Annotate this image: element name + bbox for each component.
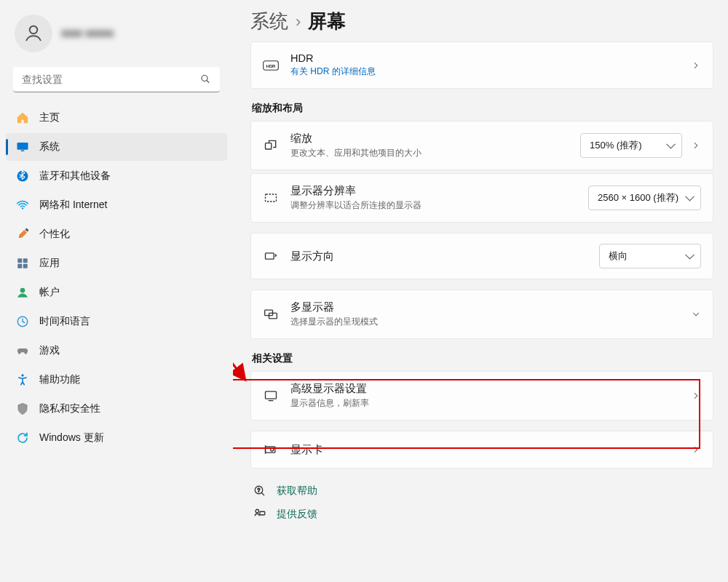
card-title: 多显示器 (290, 300, 679, 314)
card-title: 高级显示器设置 (290, 382, 679, 396)
card-graphics[interactable]: 显示卡 (250, 431, 713, 469)
card-scale[interactable]: 缩放 更改文本、应用和其他项目的大小 150% (推荐) (250, 121, 713, 170)
nav-label: 蓝牙和其他设备 (39, 170, 111, 183)
card-subtitle: 调整分辨率以适合所连接的显示器 (290, 199, 577, 212)
svg-rect-7 (25, 228, 28, 231)
svg-rect-8 (17, 258, 22, 263)
card-orientation[interactable]: 显示方向 横向 (250, 233, 713, 279)
card-title: 显示卡 (290, 443, 679, 457)
card-advanced-display[interactable]: 高级显示器设置 显示器信息，刷新率 (250, 371, 713, 420)
nav-accounts[interactable]: 帐户 (6, 279, 227, 306)
nav-label: 系统 (39, 140, 60, 154)
nav-label: Windows 更新 (39, 431, 104, 445)
nav-label: 隐私和安全性 (39, 402, 100, 415)
nav-accessibility[interactable]: 辅助功能 (6, 366, 227, 394)
avatar (15, 15, 52, 52)
privacy-icon (16, 402, 29, 415)
brush-icon (16, 228, 29, 241)
search-container (13, 67, 220, 92)
system-icon (16, 140, 29, 154)
orientation-dropdown[interactable]: 横向 (599, 244, 701, 268)
chevron-right-icon (691, 391, 701, 401)
svg-point-12 (20, 288, 25, 293)
card-title: 显示方向 (290, 250, 587, 263)
sidebar: ■■■ ■■■■ 主页 系统 蓝牙和其他设备 网络和 Internet 个性化 (0, 0, 233, 582)
svg-line-32 (233, 331, 244, 378)
feedback-icon (253, 508, 266, 521)
section-scale-layout: 缩放和布局 (252, 102, 713, 115)
svg-rect-9 (23, 258, 28, 263)
nav-system[interactable]: 系统 (6, 133, 227, 161)
search-icon (199, 73, 211, 87)
nav-privacy[interactable]: 隐私和安全性 (6, 395, 227, 423)
card-hdr[interactable]: HDR HDR 有关 HDR 的详细信息 (250, 41, 713, 89)
graphics-icon (263, 442, 279, 458)
orientation-icon (263, 248, 279, 264)
card-resolution[interactable]: 显示器分辨率 调整分辨率以适合所连接的显示器 2560 × 1600 (推荐) (250, 173, 713, 223)
svg-rect-18 (266, 194, 277, 202)
link-get-help[interactable]: ? 获取帮助 (253, 485, 713, 498)
svg-rect-17 (266, 143, 272, 149)
svg-point-14 (21, 374, 23, 376)
footer-links: ? 获取帮助 提供反馈 (250, 485, 713, 521)
update-icon (16, 431, 29, 445)
chevron-right-icon (691, 60, 701, 71)
hdr-icon: HDR (263, 57, 279, 73)
nav-label: 辅助功能 (39, 373, 80, 386)
nav-home[interactable]: 主页 (6, 104, 227, 132)
svg-rect-11 (23, 264, 28, 268)
gaming-icon (16, 344, 29, 357)
home-icon (16, 111, 29, 124)
multi-display-icon (263, 306, 279, 322)
nav-network[interactable]: 网络和 Internet (6, 191, 227, 219)
section-related: 相关设置 (252, 352, 713, 365)
svg-point-0 (30, 26, 38, 34)
svg-line-28 (261, 493, 264, 495)
hdr-link[interactable]: 有关 HDR 的详细信息 (290, 65, 679, 78)
svg-point-25 (271, 448, 274, 451)
link-label: 获取帮助 (277, 485, 317, 498)
nav-apps[interactable]: 应用 (6, 250, 227, 277)
help-icon: ? (253, 485, 266, 498)
wifi-icon (16, 199, 29, 212)
nav-bluetooth[interactable]: 蓝牙和其他设备 (6, 162, 227, 190)
nav-label: 应用 (39, 257, 60, 270)
svg-point-1 (202, 75, 207, 81)
nav-gaming[interactable]: 游戏 (6, 337, 227, 364)
resolution-dropdown[interactable]: 2560 × 1600 (推荐) (588, 186, 701, 210)
breadcrumb-parent[interactable]: 系统 (250, 9, 288, 34)
svg-rect-4 (21, 151, 25, 152)
card-multi-display[interactable]: 多显示器 选择显示器的呈现模式 (250, 290, 713, 339)
card-subtitle: 显示器信息，刷新率 (290, 397, 679, 410)
user-profile[interactable]: ■■■ ■■■■ (6, 9, 227, 64)
nav-time-language[interactable]: 时间和语言 (6, 308, 227, 335)
nav-label: 网络和 Internet (39, 199, 107, 212)
breadcrumb-separator: › (296, 12, 301, 31)
bluetooth-icon (16, 170, 29, 183)
card-subtitle: 选择显示器的呈现模式 (290, 316, 679, 328)
nav-label: 游戏 (39, 344, 60, 357)
svg-point-30 (256, 509, 259, 513)
nav-personalization[interactable]: 个性化 (6, 220, 227, 248)
chevron-right-icon (691, 445, 701, 455)
accessibility-icon (16, 373, 29, 386)
scale-dropdown[interactable]: 150% (推荐) (580, 133, 682, 158)
search-input[interactable] (13, 67, 220, 92)
card-subtitle: 更改文本、应用和其他项目的大小 (290, 147, 569, 159)
nav-label: 个性化 (39, 228, 70, 241)
nav-windows-update[interactable]: Windows 更新 (6, 424, 227, 452)
svg-rect-22 (266, 391, 277, 399)
chevron-right-icon (691, 140, 701, 151)
scale-icon (263, 137, 279, 154)
svg-text:HDR: HDR (266, 63, 276, 68)
svg-line-2 (207, 80, 209, 82)
breadcrumb-current: 屏幕 (308, 9, 346, 34)
main-content: 系统 › 屏幕 HDR HDR 有关 HDR 的详细信息 缩放和布局 缩放 更改… (233, 0, 728, 582)
card-title: 缩放 (290, 132, 569, 146)
link-feedback[interactable]: 提供反馈 (253, 508, 713, 521)
apps-icon (16, 257, 29, 270)
nav-label: 帐户 (39, 286, 60, 299)
svg-point-6 (22, 207, 23, 209)
card-title: HDR (290, 52, 679, 64)
breadcrumb: 系统 › 屏幕 (250, 9, 713, 34)
